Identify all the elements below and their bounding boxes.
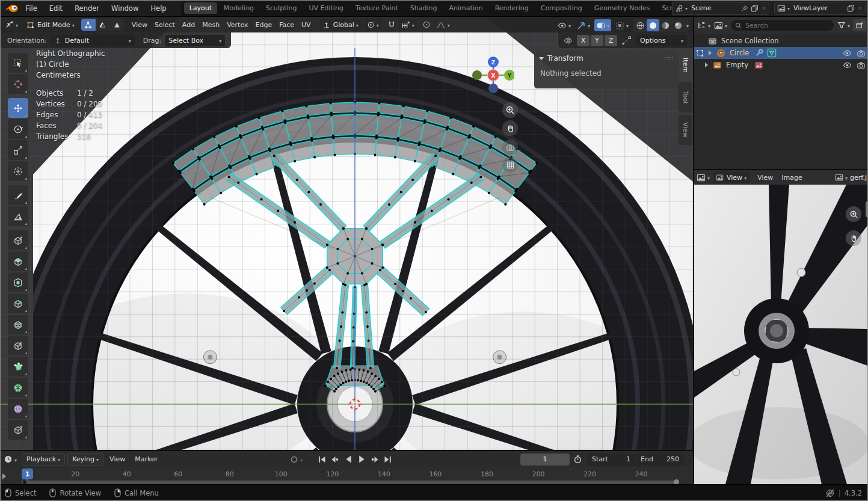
3d-viewport[interactable]: Edit Mode ViewSelectAddMeshVertexEdgeFac… xyxy=(0,17,693,450)
viewport-menu-view[interactable]: View xyxy=(128,21,151,29)
tool-move-button[interactable] xyxy=(8,98,28,118)
viewlayer-name[interactable]: ViewLayer xyxy=(793,4,828,12)
viewport-menu-vertex[interactable]: Vertex xyxy=(223,21,251,29)
expand-icon[interactable] xyxy=(709,51,712,55)
image-editor-view[interactable] xyxy=(694,185,868,484)
image-datablock-icon[interactable] xyxy=(835,173,843,182)
tool-extrude-button[interactable] xyxy=(8,251,28,271)
topbar-menu-help[interactable]: Help xyxy=(144,4,172,13)
workspace-tab-texture-paint[interactable]: Texture Paint xyxy=(350,2,404,14)
stopwatch-icon[interactable] xyxy=(573,455,582,464)
mirror-icon[interactable] xyxy=(563,36,573,45)
tool-smooth-button[interactable] xyxy=(8,399,28,419)
shading-rendered-button[interactable] xyxy=(672,19,685,31)
image-editor-type-button[interactable] xyxy=(697,173,710,182)
pan-button[interactable] xyxy=(846,230,861,246)
remove-viewlayer-icon[interactable] xyxy=(855,4,863,12)
auto-keying-icon[interactable] xyxy=(290,455,298,464)
outliner-editor-type-button[interactable] xyxy=(697,21,710,30)
pivot-point-button[interactable] xyxy=(364,19,382,31)
tool-cursor-button[interactable] xyxy=(8,74,28,94)
outliner-row-circle[interactable]: Circle xyxy=(694,47,868,59)
shading-solid-button[interactable] xyxy=(647,19,659,31)
gizmo-axis-neg-y[interactable] xyxy=(472,70,482,80)
tool-loop-cut-button[interactable] xyxy=(8,315,28,334)
chevron-down-icon[interactable] xyxy=(298,455,303,464)
chevron-down-icon[interactable] xyxy=(685,21,689,29)
tool-poly-build-button[interactable] xyxy=(8,357,28,377)
outliner-search-input[interactable]: Search xyxy=(731,20,834,31)
pan-button[interactable] xyxy=(502,120,518,136)
transform-orientation[interactable]: Global xyxy=(319,19,362,31)
scene-selector[interactable]: Scene xyxy=(672,2,769,15)
camera-view-button[interactable] xyxy=(502,140,518,155)
timeline-editor-type-button[interactable] xyxy=(4,455,17,464)
outliner-display-mode-button[interactable] xyxy=(714,21,727,30)
falloff-button[interactable] xyxy=(434,19,452,31)
next-keyframe-icon[interactable] xyxy=(370,455,380,464)
shading-material-button[interactable] xyxy=(659,19,672,31)
snap-path-icon[interactable] xyxy=(621,36,632,45)
show-overlays-button[interactable] xyxy=(594,19,611,31)
frame-end-field[interactable]: End250 xyxy=(636,453,684,466)
tool-annotate-button[interactable] xyxy=(8,185,28,205)
shading-wireframe-button[interactable] xyxy=(634,19,647,31)
object-name[interactable]: Empty xyxy=(726,61,748,69)
playback-menu[interactable]: Playback xyxy=(22,453,65,466)
viewport-menu-mesh[interactable]: Mesh xyxy=(199,21,223,29)
hide-eye-icon[interactable] xyxy=(843,61,852,70)
snap-target-button[interactable] xyxy=(399,19,417,31)
expand-summary-icon[interactable] xyxy=(2,473,6,479)
outliner-filter-button[interactable] xyxy=(837,21,850,29)
tool-measure-button[interactable] xyxy=(8,206,28,226)
vertex-select-button[interactable] xyxy=(81,19,96,31)
pin-icon[interactable] xyxy=(741,5,748,12)
show-gizmo-button[interactable] xyxy=(575,19,592,31)
workspace-tab-animation[interactable]: Animation xyxy=(444,2,488,14)
collection-name[interactable]: Scene Collection xyxy=(721,37,779,45)
timeline-menu-view[interactable]: View xyxy=(105,455,130,463)
workspace-tab-rendering[interactable]: Rendering xyxy=(490,2,534,14)
outliner-row-scene-collection[interactable]: Scene Collection xyxy=(694,35,868,47)
tool-rip-button[interactable] xyxy=(8,420,28,440)
mirror-z-button[interactable]: Z xyxy=(605,35,617,46)
mode-selector[interactable]: Edit Mode xyxy=(23,19,78,31)
tool-bevel-button[interactable] xyxy=(8,294,28,313)
sidebar-tab-item[interactable]: Item xyxy=(679,51,692,80)
viewlayer-selector[interactable]: ViewLayer xyxy=(774,2,866,15)
workspace-tab-shading[interactable]: Shading xyxy=(405,2,443,14)
workspace-tab-uv-editing[interactable]: UV Editing xyxy=(303,2,348,14)
transform-panel[interactable]: Transform :::: Nothing selected xyxy=(534,51,679,88)
current-frame-indicator[interactable]: 1 xyxy=(22,469,33,479)
blender-logo-icon[interactable] xyxy=(5,3,20,14)
current-frame-field[interactable]: 1 xyxy=(520,453,570,466)
image-filename[interactable]: gerf.j xyxy=(850,174,867,182)
zoom-button[interactable] xyxy=(502,102,518,118)
collapse-arrow-icon[interactable] xyxy=(539,57,544,60)
topbar-menu-edit[interactable]: Edit xyxy=(43,4,69,13)
navigation-gizmo[interactable]: Z X Y xyxy=(472,56,514,96)
new-collection-button[interactable] xyxy=(853,19,866,31)
tool-rotate-button[interactable] xyxy=(8,119,28,139)
viewport-menu-select[interactable]: Select xyxy=(151,21,179,29)
sidebar-tab-tool[interactable]: Tool xyxy=(679,82,692,112)
expand-icon[interactable] xyxy=(705,63,708,67)
tool-tweak-button[interactable] xyxy=(8,53,28,73)
editor-type-button[interactable] xyxy=(2,19,21,31)
jump-to-start-icon[interactable] xyxy=(317,455,327,464)
workspace-tab-layout[interactable]: Layout xyxy=(184,2,217,14)
workspace-tab-sculpting[interactable]: Sculpting xyxy=(260,2,302,14)
scrollbar[interactable] xyxy=(866,201,868,217)
tool-scale-button[interactable] xyxy=(8,140,28,160)
ortho-toggle-button[interactable] xyxy=(502,157,518,173)
tool-knife-button[interactable] xyxy=(8,336,28,355)
workspace-tab-compositing[interactable]: Compositing xyxy=(535,2,588,14)
topbar-menu-render[interactable]: Render xyxy=(69,4,105,13)
viewport-menu-face[interactable]: Face xyxy=(275,21,298,29)
options-dropdown[interactable]: Options xyxy=(636,35,687,46)
workspace-tab-modeling[interactable]: Modeling xyxy=(218,2,259,14)
play-reverse-icon[interactable] xyxy=(343,455,354,464)
zoom-button[interactable] xyxy=(846,206,861,222)
timeline-ruler[interactable]: 20406080100120140160180200220240 1 xyxy=(0,467,693,485)
image-mode-selector[interactable]: View xyxy=(713,171,749,183)
